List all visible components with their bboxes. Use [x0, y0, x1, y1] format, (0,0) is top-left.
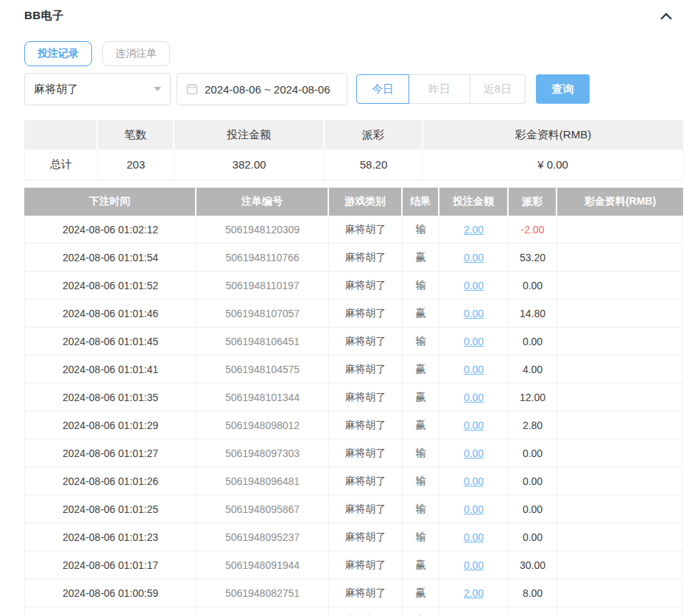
- summary-total-label: 总计: [24, 149, 98, 180]
- bonus-cell: [557, 579, 683, 607]
- bet-time-cell: 2024-08-06 01:01:26: [24, 467, 197, 495]
- payout-cell: -2.00: [509, 216, 557, 244]
- game-select[interactable]: 麻将胡了: [24, 73, 171, 105]
- bet-amount-link[interactable]: 0.00: [464, 336, 484, 347]
- tab-bet-records[interactable]: 投注记录: [24, 41, 92, 66]
- bet-amount-link[interactable]: 2.00: [464, 587, 484, 599]
- tab-bar: 投注记录 连消注单: [24, 41, 683, 66]
- game-type-cell: 麻将胡了: [329, 300, 403, 328]
- game-type-cell: 麻将胡了: [329, 523, 403, 551]
- bet-amount-cell: 0.00: [439, 467, 509, 495]
- quick-button-yesterday[interactable]: 昨日: [409, 74, 470, 104]
- game-type-cell: 麻将胡了: [329, 355, 403, 383]
- bet-time-cell: 2024-08-06 01:01:41: [24, 355, 197, 383]
- bet-table: 下注时间 注单编号 游戏类别 结果 投注金额 派彩 彩金资料(RMB) 2024…: [24, 188, 683, 616]
- table-row: 2024-08-06 01:01:175061948091944麻将胡了赢0.0…: [24, 551, 683, 579]
- bet-amount-link[interactable]: 0.00: [464, 559, 484, 571]
- col-header-result: 结果: [403, 188, 439, 216]
- result-cell: 赢: [403, 551, 439, 579]
- payout-cell: 4.00: [509, 355, 557, 383]
- result-cell: 输: [403, 272, 439, 300]
- bet-amount-link[interactable]: 0.00: [464, 531, 484, 543]
- bonus-cell: [557, 495, 683, 523]
- game-type-cell: 麻将胡了: [329, 579, 403, 607]
- bet-amount-link[interactable]: 0.00: [464, 392, 484, 403]
- bonus-cell: [557, 272, 683, 300]
- bonus-cell: [557, 551, 683, 579]
- order-id-cell: 5061948095867: [197, 495, 329, 523]
- payout-cell: 0.00: [509, 328, 557, 355]
- col-header-bet-time: 下注时间: [24, 188, 197, 216]
- summary-total-row: 总计 203 382.00 58.20 ¥ 0.00: [24, 149, 683, 180]
- bet-time-cell: 2024-08-06 01:02:12: [24, 216, 197, 244]
- bet-amount-cell: 0.00: [439, 439, 509, 467]
- bet-amount-cell: 0.00: [439, 495, 509, 523]
- bet-amount-link[interactable]: 0.00: [464, 252, 484, 263]
- game-type-cell: 麻将胡了: [329, 495, 403, 523]
- panel-header: BB电子: [24, 9, 683, 31]
- quick-button-today[interactable]: 今日: [356, 74, 409, 104]
- bet-amount-cell: 0.00: [439, 300, 509, 328]
- bonus-cell: [557, 216, 683, 244]
- summary-col-bonus: 彩金资料(RMB): [423, 120, 683, 149]
- order-id-cell: 5061948110766: [197, 244, 329, 272]
- bet-amount-link[interactable]: 0.00: [464, 364, 484, 375]
- payout-cell: 0.00: [509, 495, 557, 523]
- result-cell: 赢: [403, 355, 439, 383]
- payout-cell: 2.80: [509, 411, 557, 439]
- result-cell: 输: [403, 328, 439, 355]
- bet-amount-link[interactable]: 0.00: [464, 280, 484, 291]
- bet-time-cell: 2024-08-06 01:01:29: [24, 411, 197, 439]
- date-range-input[interactable]: 2024-08-06 ~ 2024-08-06: [177, 73, 347, 105]
- bet-table-body: 2024-08-06 01:02:125061948120309麻将胡了输2.0…: [24, 216, 683, 616]
- bet-time-cell: 2024-08-06 00:41:45: [24, 607, 197, 616]
- summary-total-payout: 58.20: [325, 149, 423, 180]
- game-type-cell: 麻将胡了: [329, 607, 403, 616]
- bet-amount-link[interactable]: 0.00: [464, 308, 484, 319]
- table-row: 2024-08-06 01:01:275061948097303麻将胡了输0.0…: [24, 439, 683, 467]
- payout-cell: 53.20: [509, 244, 557, 272]
- order-id-cell: 5061948097303: [197, 439, 329, 467]
- bet-amount-cell: 0.00: [439, 523, 509, 551]
- game-type-cell: 麻将胡了: [329, 411, 403, 439]
- payout-cell: 0.00: [509, 467, 557, 495]
- search-button[interactable]: 查询: [536, 74, 590, 104]
- summary-total-count: 203: [98, 149, 174, 180]
- table-row: 2024-08-06 01:01:255061948095867麻将胡了输0.0…: [24, 495, 683, 523]
- bet-time-cell: 2024-08-06 01:00:59: [24, 579, 197, 607]
- bet-record-panel: BB电子 投注记录 连消注单 麻将胡了 2024-08-06 ~ 20: [0, 0, 689, 616]
- bet-time-cell: 2024-08-06 01:01:25: [24, 495, 197, 523]
- game-type-cell: 麻将胡了: [329, 439, 403, 467]
- bet-amount-link[interactable]: 0.00: [464, 475, 484, 487]
- bet-amount-cell: 0.00: [439, 551, 509, 579]
- order-id-cell: 5061948096481: [197, 467, 329, 495]
- bet-amount-link[interactable]: 0.00: [464, 419, 484, 431]
- game-type-cell: 麻将胡了: [329, 328, 403, 355]
- result-cell: 输: [403, 523, 439, 551]
- order-id-cell: 5061948107057: [197, 300, 329, 328]
- bet-time-cell: 2024-08-06 01:01:27: [24, 439, 197, 467]
- bet-amount-link[interactable]: 2.00: [464, 224, 484, 236]
- bet-amount-cell: 0.00: [439, 272, 509, 300]
- quick-button-last8days[interactable]: 近8日: [470, 74, 526, 104]
- order-id-cell: 5061948104575: [197, 355, 329, 383]
- game-type-cell: 麻将胡了: [329, 383, 403, 411]
- payout-cell: 0.00: [509, 523, 557, 551]
- order-id-cell: 5061948098012: [197, 411, 329, 439]
- caret-down-icon: [154, 87, 161, 91]
- result-cell: 赢: [403, 411, 439, 439]
- bet-time-cell: 2024-08-06 01:01:54: [24, 244, 197, 272]
- collapse-button[interactable]: [657, 9, 676, 25]
- result-cell: 输: [403, 495, 439, 523]
- summary-table: 笔数 投注金额 派彩 彩金资料(RMB) 总计 203 382.00 58.20…: [24, 120, 683, 180]
- tab-cancelled-orders[interactable]: 连消注单: [102, 41, 170, 66]
- result-cell: 赢: [403, 300, 439, 328]
- bonus-cell: [557, 300, 683, 328]
- bet-amount-link[interactable]: 0.00: [464, 503, 484, 515]
- quick-range-group: 今日 昨日 近8日: [356, 74, 526, 104]
- result-cell: 输: [403, 439, 439, 467]
- col-header-payout: 派彩: [509, 188, 557, 216]
- summary-header-row: 笔数 投注金额 派彩 彩金资料(RMB): [24, 120, 683, 149]
- payout-cell: 8.00: [509, 579, 557, 607]
- bet-amount-link[interactable]: 0.00: [464, 447, 484, 459]
